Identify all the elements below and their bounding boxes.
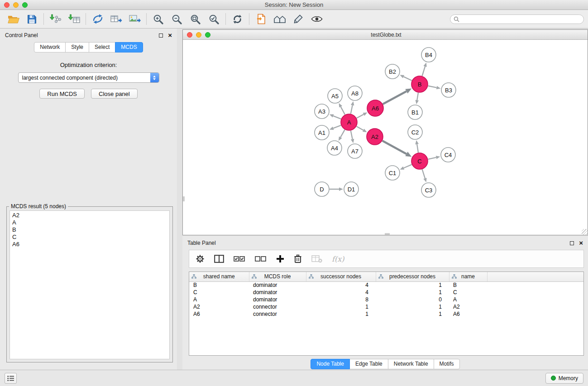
- delete-column-button[interactable]: [294, 254, 302, 263]
- graph-node-B2[interactable]: B2: [385, 64, 400, 79]
- mcds-result-item[interactable]: B: [10, 226, 169, 234]
- float-panel-icon[interactable]: [570, 241, 574, 245]
- table-cell[interactable]: 1: [376, 281, 449, 289]
- refresh-layout-button[interactable]: [228, 11, 247, 27]
- import-network-button[interactable]: [46, 11, 65, 27]
- export-network-button[interactable]: [88, 11, 107, 27]
- column-header-predecessor-nodes[interactable]: predecessor nodes: [376, 272, 449, 281]
- table-cell[interactable]: A6: [189, 310, 249, 318]
- close-panel-icon[interactable]: ×: [168, 33, 172, 38]
- tab-style[interactable]: Style: [65, 42, 89, 52]
- graph-node-A4[interactable]: A4: [327, 141, 342, 155]
- table-cell[interactable]: A: [189, 296, 249, 303]
- mcds-result-item[interactable]: C: [10, 234, 169, 241]
- graph-edge-A2-C[interactable]: [382, 141, 406, 154]
- graph-edge-C-C1[interactable]: [404, 165, 412, 168]
- document-button[interactable]: [252, 11, 270, 27]
- table-cell[interactable]: B: [449, 281, 487, 289]
- add-column-button[interactable]: [276, 255, 284, 263]
- table-row[interactable]: Adominator80A: [189, 296, 583, 303]
- import-table-button[interactable]: [65, 11, 83, 27]
- task-history-button[interactable]: [5, 373, 17, 384]
- brush-button[interactable]: [289, 11, 307, 27]
- table-cell[interactable]: connector: [249, 303, 306, 310]
- graph-node-A1[interactable]: A1: [315, 125, 329, 140]
- network-graph[interactable]: B4B2BB3A5A8A6B1A3AC2A1A2A4A7C4CC1C3DD1: [183, 40, 588, 235]
- tab-select[interactable]: Select: [89, 42, 115, 52]
- network-canvas[interactable]: B4B2BB3A5A8A6B1A3AC2A1A2A4A7C4CC1C3DD1: [183, 40, 588, 235]
- home-button[interactable]: [270, 11, 289, 27]
- table-cell[interactable]: 1: [306, 303, 376, 310]
- graph-node-C[interactable]: C: [411, 153, 428, 169]
- table-row[interactable]: A2connector11A2: [189, 303, 583, 310]
- mcds-result-item[interactable]: A6: [10, 241, 169, 248]
- close-panel-icon[interactable]: ×: [579, 241, 583, 245]
- table-row[interactable]: Cdominator41C: [189, 289, 583, 296]
- table-cell[interactable]: A6: [449, 310, 487, 318]
- run-mcds-button[interactable]: Run MCDS: [39, 89, 85, 99]
- graph-node-A8[interactable]: A8: [348, 86, 362, 100]
- function-builder-button[interactable]: f(x): [332, 255, 344, 263]
- tab-network[interactable]: Network: [34, 42, 66, 52]
- graph-node-B3[interactable]: B3: [441, 83, 456, 97]
- column-header-successor-nodes[interactable]: successor nodes: [306, 272, 376, 281]
- tab-mcds[interactable]: MCDS: [115, 42, 143, 52]
- criterion-dropdown[interactable]: largest connected component (directed): [18, 72, 159, 83]
- graph-edge-A-A6[interactable]: [357, 114, 364, 118]
- zoom-window-button[interactable]: [22, 2, 28, 8]
- save-session-button[interactable]: [23, 11, 41, 27]
- table-cell[interactable]: 1: [376, 310, 449, 318]
- show-columns-button[interactable]: [214, 255, 224, 263]
- column-header-MCDS-role[interactable]: MCDS role: [249, 272, 306, 281]
- search-field[interactable]: [450, 14, 584, 24]
- graph-edge-A-A4[interactable]: [340, 130, 344, 138]
- graph-edge-A-A1[interactable]: [333, 125, 341, 129]
- export-image-button[interactable]: [125, 11, 144, 27]
- network-close-button[interactable]: [187, 32, 192, 38]
- table-cell[interactable]: 4: [306, 289, 376, 296]
- network-zoom-button[interactable]: [205, 32, 210, 38]
- tab-motifs[interactable]: Motifs: [434, 359, 460, 369]
- zoom-selected-button[interactable]: [205, 11, 223, 27]
- table-cell[interactable]: A: [449, 296, 487, 303]
- tab-node-table[interactable]: Node Table: [311, 359, 350, 369]
- column-header-shared-name[interactable]: shared name: [189, 272, 249, 281]
- export-table-button[interactable]: [107, 11, 125, 27]
- graph-edge-A-A5[interactable]: [341, 107, 345, 114]
- graph-node-C3[interactable]: C3: [421, 183, 436, 197]
- table-cell[interactable]: 4: [306, 281, 376, 289]
- close-window-button[interactable]: [4, 2, 10, 8]
- graph-node-D1[interactable]: D1: [344, 182, 359, 196]
- graph-edge-B-B4[interactable]: [422, 67, 425, 76]
- graph-node-A7[interactable]: A7: [348, 144, 362, 158]
- graph-edge-C-C2[interactable]: [417, 144, 418, 153]
- network-minimize-button[interactable]: [196, 32, 201, 38]
- graph-node-D[interactable]: D: [315, 182, 329, 196]
- table-cell[interactable]: A2: [449, 303, 487, 310]
- table-cell[interactable]: 0: [376, 296, 449, 303]
- graph-node-A5[interactable]: A5: [328, 89, 342, 103]
- graph-node-A2[interactable]: A2: [367, 129, 383, 145]
- graph-edge-B-B3[interactable]: [428, 86, 437, 88]
- table-cell[interactable]: 1: [376, 303, 449, 310]
- table-settings-button[interactable]: [196, 254, 205, 263]
- clear-selection-button[interactable]: [255, 256, 267, 262]
- table-row[interactable]: A6connector11A6: [189, 310, 583, 318]
- close-panel-button[interactable]: Close panel: [91, 89, 138, 99]
- zoom-out-button[interactable]: [167, 11, 186, 27]
- graph-node-B1[interactable]: B1: [408, 105, 422, 119]
- graph-edge-C-C3[interactable]: [422, 169, 425, 178]
- table-cell[interactable]: dominator: [249, 281, 306, 289]
- column-header-name[interactable]: name: [449, 272, 487, 281]
- table-cell[interactable]: dominator: [249, 296, 306, 303]
- table-cell[interactable]: 8: [306, 296, 376, 303]
- network-window-titlebar[interactable]: testGlobe.txt: [183, 30, 588, 40]
- float-panel-icon[interactable]: [159, 33, 163, 38]
- table-cell[interactable]: A2: [189, 303, 249, 310]
- show-details-button[interactable]: [307, 11, 326, 27]
- erase-table-button[interactable]: [311, 255, 322, 263]
- graph-edge-A6-B[interactable]: [383, 91, 406, 104]
- resize-grip[interactable]: [582, 229, 588, 235]
- graph-node-B4[interactable]: B4: [421, 48, 436, 62]
- graph-node-A[interactable]: A: [341, 114, 357, 130]
